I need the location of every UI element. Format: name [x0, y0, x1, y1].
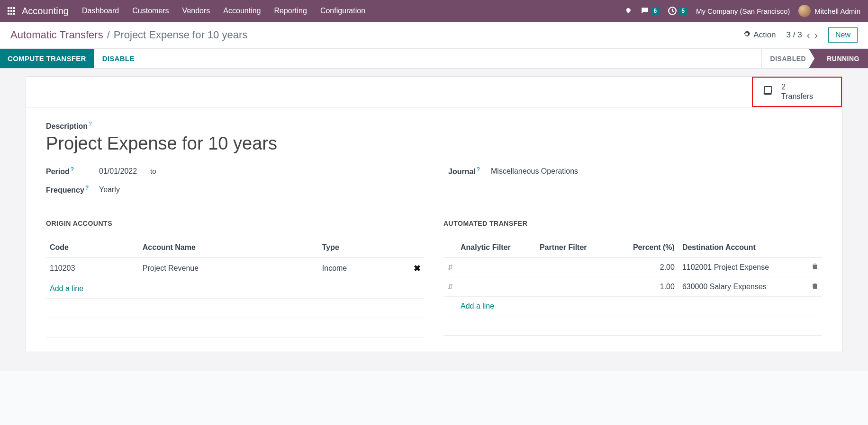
messages-button[interactable]: 6 — [641, 7, 660, 15]
add-line-row: Add a line — [443, 296, 822, 316]
add-line-row: Add a line — [46, 279, 425, 298]
user-menu[interactable]: Mitchell Admin — [798, 5, 860, 17]
col-analytic[interactable]: Analytic Filter — [457, 238, 536, 258]
nav-reporting[interactable]: Reporting — [274, 7, 307, 15]
drag-handle-icon[interactable]: ⇵ — [443, 257, 457, 277]
help-icon[interactable]: ? — [85, 185, 89, 191]
automated-section: AUTOMATED TRANSFER Analytic Filter Partn… — [443, 220, 822, 337]
cell-partner[interactable] — [536, 277, 611, 296]
col-delete — [410, 238, 425, 258]
nav-configuration[interactable]: Configuration — [320, 7, 365, 15]
cell-destination[interactable]: 630000 Salary Expenses — [678, 277, 808, 296]
frequency-row: Frequency? Yearly — [46, 185, 420, 195]
fields: Period? 01/01/2022 to Frequency? Yearly … — [46, 166, 822, 204]
form-card: 2 Transfers Description? Project Expense… — [26, 76, 842, 352]
help-icon[interactable]: ? — [89, 121, 92, 127]
col-code[interactable]: Code — [46, 238, 139, 258]
origin-table: Code Account Name Type 110203 Project Re… — [46, 238, 425, 337]
app-name[interactable]: Accounting — [22, 6, 69, 17]
cell-analytic[interactable] — [457, 277, 536, 296]
activities-button[interactable]: 5 — [668, 7, 687, 15]
apps-icon[interactable] — [8, 7, 15, 15]
pager-prev-icon[interactable]: ‹ — [807, 30, 810, 41]
transfers-statbox[interactable]: 2 Transfers — [752, 77, 842, 107]
table-row[interactable]: ⇵ 2.00 1102001 Project Expense — [443, 257, 822, 277]
trash-icon[interactable] — [808, 257, 822, 277]
status-disabled[interactable]: DISABLED — [761, 49, 815, 68]
nav-dashboard[interactable]: Dashboard — [82, 7, 119, 15]
nav-customers[interactable]: Customers — [132, 7, 169, 15]
delete-row-icon[interactable]: ✖ — [410, 257, 425, 279]
top-nav: Accounting Dashboard Customers Vendors A… — [0, 0, 868, 22]
fields-right: Journal? Miscellaneous Operations — [448, 166, 822, 204]
help-icon[interactable]: ? — [477, 166, 480, 173]
breadcrumb-current: Project Expense for 10 years — [114, 29, 247, 41]
breadcrumb-right: Action 3 / 3 ‹ › New — [743, 27, 858, 43]
trash-icon[interactable] — [808, 277, 822, 296]
clock-icon — [668, 7, 677, 15]
help-icon[interactable]: ? — [71, 166, 74, 173]
add-line-button[interactable]: Add a line — [461, 302, 494, 310]
new-button[interactable]: New — [828, 27, 858, 43]
table-row[interactable]: ⇵ 1.00 630000 Salary Expenses — [443, 277, 822, 296]
tables: ORIGIN ACCOUNTS Code Account Name Type — [46, 220, 822, 337]
bug-icon[interactable] — [624, 7, 632, 15]
nav-links: Dashboard Customers Vendors Accounting R… — [82, 7, 365, 15]
activities-badge: 5 — [678, 7, 687, 15]
period-from[interactable]: 01/01/2022 — [99, 167, 137, 176]
breadcrumb-bar: Automatic Transfers / Project Expense fo… — [0, 22, 868, 49]
record-title[interactable]: Project Expense for 10 years — [46, 133, 822, 154]
period-to-word: to — [150, 167, 156, 175]
disable-button[interactable]: DISABLE — [94, 49, 143, 68]
page: 2 Transfers Description? Project Expense… — [0, 69, 868, 371]
frequency-value[interactable]: Yearly — [99, 186, 120, 194]
description-label: Description — [46, 122, 88, 130]
journal-value[interactable]: Miscellaneous Operations — [491, 167, 578, 176]
col-destination[interactable]: Destination Account — [678, 238, 808, 258]
pager: 3 / 3 ‹ › — [787, 30, 818, 41]
status-running[interactable]: RUNNING — [814, 49, 868, 68]
messages-badge: 6 — [651, 7, 660, 15]
action-button[interactable]: Action — [743, 30, 776, 40]
nav-accounting[interactable]: Accounting — [223, 7, 261, 15]
action-label: Action — [753, 30, 776, 40]
breadcrumb-sep: / — [107, 29, 110, 41]
period-label: Period? — [46, 166, 99, 176]
empty-row — [443, 316, 822, 335]
period-row: Period? 01/01/2022 to — [46, 166, 420, 176]
add-line-button[interactable]: Add a line — [50, 284, 83, 292]
col-delete — [808, 238, 822, 258]
col-percent[interactable]: Percent (%) — [611, 238, 678, 258]
cell-name[interactable]: Project Revenue — [139, 257, 318, 279]
fields-left: Period? 01/01/2022 to Frequency? Yearly — [46, 166, 420, 204]
col-partner[interactable]: Partner Filter — [536, 238, 611, 258]
statbox-row: 2 Transfers — [26, 77, 842, 107]
nav-vendors[interactable]: Vendors — [182, 7, 210, 15]
compute-transfer-button[interactable]: COMPUTE TRANSFER — [0, 49, 94, 68]
col-type[interactable]: Type — [318, 238, 410, 258]
action-bar: COMPUTE TRANSFER DISABLE DISABLED RUNNIN… — [0, 49, 868, 69]
frequency-label: Frequency? — [46, 185, 99, 195]
chat-icon — [641, 7, 649, 15]
pager-next-icon[interactable]: › — [814, 30, 818, 41]
drag-handle-icon[interactable]: ⇵ — [443, 277, 457, 296]
empty-row — [46, 318, 425, 337]
breadcrumb-parent[interactable]: Automatic Transfers — [10, 29, 103, 41]
description-label-row: Description? — [46, 121, 822, 131]
cell-analytic[interactable] — [457, 257, 536, 277]
col-account-name[interactable]: Account Name — [139, 238, 318, 258]
cell-partner[interactable] — [536, 257, 611, 277]
table-row[interactable]: 110203 Project Revenue Income ✖ — [46, 257, 425, 279]
cell-type[interactable]: Income — [318, 257, 410, 279]
company-selector[interactable]: My Company (San Francisco) — [696, 7, 790, 15]
cell-destination[interactable]: 1102001 Project Expense — [678, 257, 808, 277]
status-wrap: DISABLED RUNNING — [761, 49, 868, 68]
cell-percent[interactable]: 2.00 — [611, 257, 678, 277]
automated-table: Analytic Filter Partner Filter Percent (… — [443, 238, 822, 336]
pager-text: 3 / 3 — [787, 30, 802, 40]
origin-heading: ORIGIN ACCOUNTS — [46, 220, 425, 227]
gear-icon — [743, 30, 750, 40]
stat-label: Transfers — [781, 92, 813, 101]
cell-percent[interactable]: 1.00 — [611, 277, 678, 296]
cell-code[interactable]: 110203 — [46, 257, 139, 279]
